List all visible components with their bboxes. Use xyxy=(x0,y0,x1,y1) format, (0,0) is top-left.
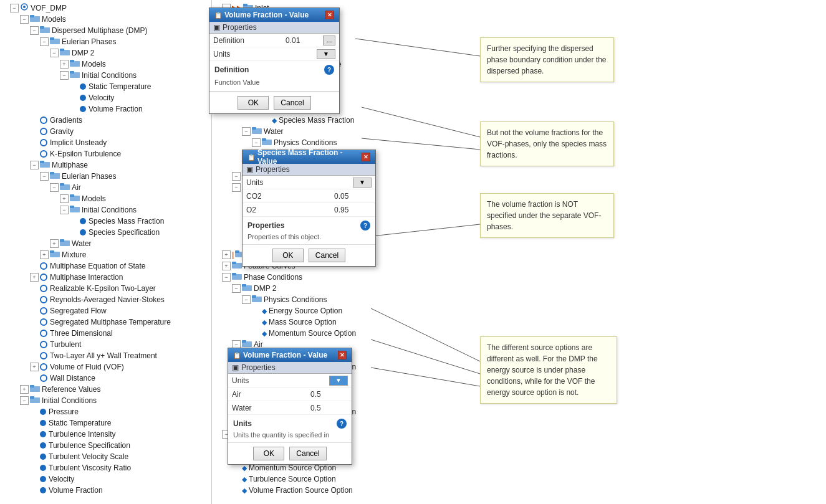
expand-mixture[interactable]: + xyxy=(40,250,49,259)
expand-phys-vals-inlet-main[interactable]: − xyxy=(232,183,241,192)
tree-velocity-main[interactable]: Velocity xyxy=(0,473,211,485)
expand-outlet[interactable]: + xyxy=(222,250,231,259)
tree-three-dim[interactable]: Three Dimensional xyxy=(0,328,211,339)
tree-turbulent[interactable]: Turbulent xyxy=(0,339,211,350)
right-phys-cond-dmp2-phase[interactable]: − Physics Conditions xyxy=(212,294,480,305)
expand-phys-cond-dmp2-phase[interactable]: − xyxy=(242,295,251,304)
cancel-btn-3[interactable]: Cancel xyxy=(289,447,326,460)
expand-phys-cond-inlet-main[interactable]: − xyxy=(232,172,241,181)
expand-dmp[interactable]: − xyxy=(30,26,39,35)
tree-gravity[interactable]: Gravity xyxy=(0,126,211,137)
right-momentum-src-dmp2[interactable]: ◆ Momentum Source Option xyxy=(212,328,480,339)
tree-turb-intensity[interactable]: Turbulence Intensity xyxy=(0,429,211,440)
dialog-close-1[interactable]: ✕ xyxy=(325,11,334,19)
tree-species-mass[interactable]: Species Mass Fraction xyxy=(0,216,211,227)
tree-vol-frac-main[interactable]: Volume Fraction xyxy=(0,485,211,496)
tree-seg-temp[interactable]: Segregated Multiphase Temperature xyxy=(0,316,211,328)
tree-two-layer[interactable]: Two-Layer All y+ Wall Treatment xyxy=(0,350,211,361)
tree-volfrac1[interactable]: Volume Fraction xyxy=(0,103,211,115)
expand-dmp2models[interactable]: + xyxy=(60,60,69,69)
expand-dmp2-phase[interactable]: − xyxy=(232,284,241,293)
tree-dmp[interactable]: − Dispersed Multiphase (DMP) xyxy=(0,25,211,36)
expand-eulerian2[interactable]: − xyxy=(40,172,49,181)
tree-pressure[interactable]: Pressure xyxy=(0,406,211,417)
tree-dmp2models[interactable]: + Models xyxy=(0,59,211,70)
tree-gradients[interactable]: Gradients xyxy=(0,115,211,126)
tree-kepsilon[interactable]: K-Epsilon Turbulence xyxy=(0,148,211,159)
info-btn-1[interactable]: ? xyxy=(324,65,334,75)
tree-species-spec[interactable]: Species Specification xyxy=(0,227,211,238)
tree-realizable[interactable]: Realizable K-Epsilon Two-Layer xyxy=(0,283,211,294)
tree-multiphase[interactable]: − Multiphase xyxy=(0,159,211,171)
expand-water-inlet[interactable]: − xyxy=(242,127,251,136)
expand-init-cond-main[interactable]: − xyxy=(20,396,29,405)
expand-initcond1[interactable]: − xyxy=(60,71,69,80)
right-water-inlet[interactable]: − Water xyxy=(212,126,480,137)
right-energy-src-dmp2[interactable]: ◆ Energy Source Option xyxy=(212,305,480,316)
expand-water-folder[interactable]: + xyxy=(50,239,59,248)
tree-wall-dist[interactable]: Wall Distance xyxy=(0,373,211,384)
dialog-close-2[interactable]: ✕ xyxy=(362,153,370,161)
tree-seg-flow[interactable]: Segregated Flow xyxy=(0,305,211,316)
tree-dmp2[interactable]: − DMP 2 xyxy=(0,47,211,59)
right-species-mass-air[interactable]: ◆ Species Mass Fraction xyxy=(212,115,480,126)
tree-initcond1[interactable]: − Initial Conditions xyxy=(0,70,211,81)
tree-turb-spec[interactable]: Turbulence Specification xyxy=(0,440,211,451)
tree-ref-values[interactable]: + Reference Values xyxy=(0,384,211,395)
tree-reynolds[interactable]: Reynolds-Averaged Navier-Stokes xyxy=(0,294,211,305)
tree-vof[interactable]: + Volume of Fluid (VOF) xyxy=(0,361,211,373)
info-btn-2[interactable]: ? xyxy=(360,221,370,231)
dialog-close-3[interactable]: ✕ xyxy=(338,351,347,359)
definition-btn[interactable]: ... xyxy=(323,36,335,45)
units-select-bottom[interactable]: ▼ xyxy=(329,376,348,386)
tree-eulerian1[interactable]: − Eulerian Phases xyxy=(0,36,211,47)
cancel-btn-2[interactable]: Cancel xyxy=(309,249,345,262)
expand-multiphase-int[interactable]: + xyxy=(30,273,39,282)
expand-ref-values[interactable]: + xyxy=(20,385,29,394)
tree-static-temp-main[interactable]: Static Temperature xyxy=(0,417,211,429)
tree-static-temp1[interactable]: Static Temperature xyxy=(0,81,211,92)
right-dmp2-phase[interactable]: − DMP 2 xyxy=(212,283,480,294)
expand-air[interactable]: − xyxy=(50,183,59,192)
right-vol-frac-src-bottom[interactable]: ◆ Volume Fraction Source Option xyxy=(212,485,480,496)
right-mass-src-dmp2[interactable]: ◆ Mass Source Option xyxy=(212,316,480,328)
dialog-title-3: Volume Fraction - Value xyxy=(243,351,327,359)
expand-feature-curves[interactable]: + xyxy=(222,262,231,270)
right-phase-cond-main[interactable]: − Phase Conditions xyxy=(212,272,480,283)
tree-multiphase-int[interactable]: + Multiphase Interaction xyxy=(0,272,211,283)
tree-velocity1[interactable]: Velocity xyxy=(0,92,211,103)
tree-models[interactable]: − Models xyxy=(0,14,211,25)
units-select[interactable]: ▼ xyxy=(317,49,335,59)
tree-turb-vel-scale[interactable]: Turbulent Velocity Scale xyxy=(0,451,211,462)
expand-multiphase[interactable]: − xyxy=(30,161,39,169)
tree-air-initcond[interactable]: − Initial Conditions xyxy=(0,204,211,216)
tree-implicit[interactable]: Implicit Unsteady xyxy=(0,137,211,148)
tree-multiphase-eos[interactable]: Multiphase Equation of State xyxy=(0,260,211,272)
expand-dmp2[interactable]: − xyxy=(50,49,59,57)
tree-turb-visc-ratio[interactable]: Turbulent Viscosity Ratio xyxy=(0,462,211,473)
ok-btn-2[interactable]: OK xyxy=(272,249,304,262)
tree-air-models[interactable]: + Models xyxy=(0,193,211,204)
expand-root[interactable]: − xyxy=(10,4,19,12)
tree-init-cond-main[interactable]: − Initial Conditions xyxy=(0,395,211,406)
expand-air-models[interactable]: + xyxy=(60,194,69,203)
units-select-species[interactable]: ▼ xyxy=(353,178,372,188)
expand-models[interactable]: − xyxy=(20,15,29,24)
right-turbulence-src-bottom[interactable]: ◆ Turbulence Source Option xyxy=(212,473,480,485)
ok-btn-1[interactable]: OK xyxy=(238,96,269,110)
expand-phys-cond-water[interactable]: − xyxy=(252,138,261,147)
tree-eulerian2[interactable]: − Eulerian Phases xyxy=(0,171,211,182)
expand-vof[interactable]: + xyxy=(30,363,39,371)
ok-btn-3[interactable]: OK xyxy=(253,447,284,460)
expand-air-initcond[interactable]: − xyxy=(60,206,69,214)
expand-eulerian1[interactable]: − xyxy=(40,37,49,46)
cancel-btn-1[interactable]: Cancel xyxy=(274,96,310,110)
annotation-bottom-right: The different source options are differe… xyxy=(480,336,617,404)
tree-air[interactable]: − Air xyxy=(0,182,211,193)
right-phys-cond-water[interactable]: − Physics Conditions xyxy=(212,137,480,148)
tree-mixture[interactable]: + Mixture xyxy=(0,249,211,260)
info-btn-3[interactable]: ? xyxy=(337,419,347,429)
tree-water-folder[interactable]: + Water xyxy=(0,238,211,249)
expand-phase-cond-main[interactable]: − xyxy=(222,273,231,282)
tree-root[interactable]: − VOF_DMP xyxy=(0,2,211,14)
